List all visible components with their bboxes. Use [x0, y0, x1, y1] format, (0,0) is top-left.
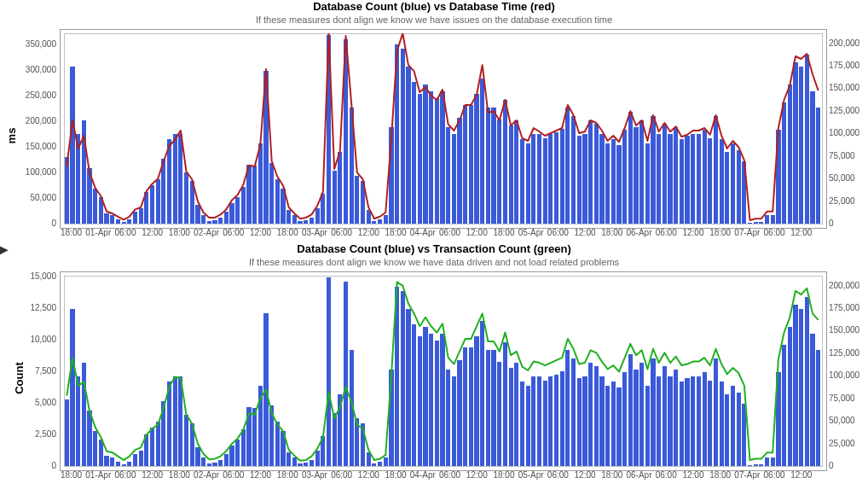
bar [310, 218, 314, 224]
bar [156, 422, 160, 467]
bar [418, 336, 422, 467]
x-tick: 07-Apr [734, 471, 760, 480]
bar [520, 139, 524, 224]
bar [292, 215, 297, 224]
bar [663, 124, 667, 224]
x-tick: 18:00 [277, 471, 298, 480]
bar [537, 134, 541, 224]
bar [389, 127, 393, 224]
y-tick-right: 75,000 [829, 394, 855, 403]
y-tick-right: 25,000 [829, 197, 855, 206]
x-tick: 06:00 [223, 229, 244, 237]
bar [333, 171, 337, 224]
bar [628, 354, 633, 467]
x-tick: 12:00 [682, 229, 703, 237]
y-tick-left: 200,000 [26, 117, 56, 125]
bar [737, 150, 741, 224]
bar [657, 134, 661, 224]
x-tick: 12:00 [142, 471, 163, 480]
bar [616, 387, 621, 467]
bar [195, 447, 200, 467]
bar [594, 366, 599, 467]
x-tick: 12:00 [575, 229, 596, 237]
bar [435, 98, 439, 224]
bar [110, 215, 114, 224]
y-tick-right: 150,000 [829, 84, 859, 92]
x-tick: 03-Apr [302, 471, 327, 480]
bar [82, 120, 86, 224]
bar [565, 350, 570, 467]
x-tick: 18:00 [385, 471, 407, 480]
x-tick: 12:00 [250, 471, 271, 480]
bar [486, 350, 490, 467]
bar [560, 371, 564, 467]
x-tick: 07-Apr [734, 229, 760, 237]
bar [173, 134, 177, 224]
bar [531, 134, 535, 224]
y-tick-left: 0 [51, 219, 56, 228]
bar [622, 130, 627, 224]
x-tick: 03-Apr [302, 229, 327, 237]
y-tick-left: 7,500 [35, 367, 56, 376]
x-tick: 06:00 [439, 471, 460, 480]
x-tick: 18:00 [601, 229, 622, 237]
bar [178, 134, 182, 224]
y-tick-left: 150,000 [26, 143, 56, 151]
bar [577, 378, 582, 467]
bar [560, 129, 564, 224]
bar [207, 463, 211, 467]
bar [252, 408, 257, 467]
bar [543, 381, 547, 467]
bar [514, 120, 518, 224]
bar [657, 376, 661, 467]
bar [754, 464, 758, 467]
x-tick: 06:00 [656, 471, 677, 480]
bar [286, 452, 291, 467]
x-tick: 12:00 [250, 229, 271, 237]
x-tick: 06:00 [547, 471, 569, 480]
bar [816, 108, 820, 224]
bar [367, 452, 371, 467]
bar [720, 382, 724, 467]
bar [99, 440, 103, 467]
y-tick-right: 125,000 [829, 107, 859, 115]
y-tick-left: 0 [51, 462, 56, 470]
y-tick-right: 100,000 [829, 129, 859, 137]
bar [361, 181, 365, 224]
bar [429, 334, 433, 467]
x-tick: 12:00 [575, 471, 596, 480]
bar [281, 189, 285, 224]
bar [150, 185, 154, 225]
bar [93, 189, 97, 224]
bar [372, 221, 376, 224]
bar [367, 210, 371, 224]
bar [611, 139, 616, 224]
x-tick: 12:00 [790, 471, 812, 480]
y-tick-left: 5,000 [35, 399, 56, 407]
bar [263, 71, 268, 224]
x-tick: 12:00 [142, 229, 163, 237]
bar [286, 210, 291, 224]
bar [229, 203, 234, 224]
x-tick: 06:00 [114, 229, 136, 237]
y-tick-right: 50,000 [829, 174, 855, 183]
bar [457, 118, 461, 224]
bar [645, 386, 650, 467]
x-tick: 06:00 [331, 471, 352, 480]
bar [401, 49, 405, 224]
bar [680, 139, 684, 224]
chart-title: Database Count (blue) vs Database Time (… [0, 0, 868, 14]
x-tick: 06:00 [114, 471, 136, 480]
bar [685, 136, 689, 224]
x-tick: 18:00 [169, 229, 190, 237]
bar [691, 376, 695, 467]
bar [76, 134, 80, 224]
bar [491, 350, 495, 467]
bar [480, 79, 484, 224]
x-tick: 18:00 [493, 471, 514, 480]
y-tick-right: 175,000 [829, 304, 859, 312]
bar [195, 205, 200, 224]
bar [167, 382, 171, 467]
bar [674, 370, 678, 467]
y-tick-right: 0 [829, 462, 834, 470]
